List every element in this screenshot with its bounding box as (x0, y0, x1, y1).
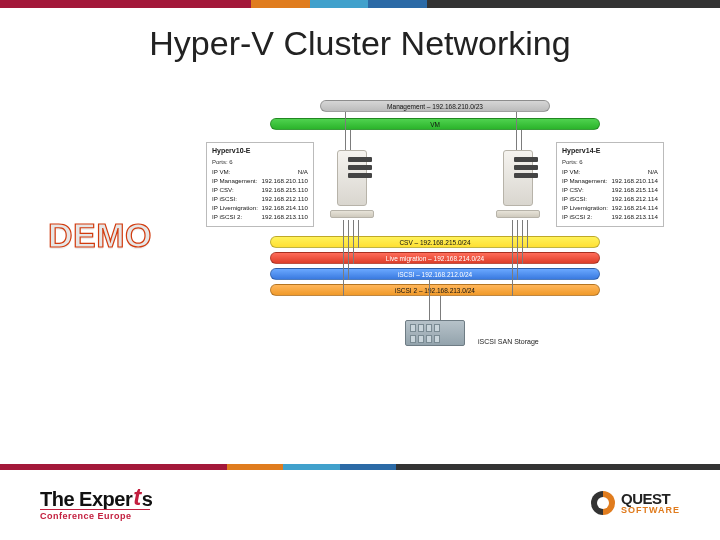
host-row: IP CSV:192.168.215.114 (562, 186, 658, 194)
host-row: IP VM:N/A (562, 168, 658, 176)
row-val: N/A (298, 168, 308, 176)
connector (440, 296, 441, 322)
top-color-band (0, 0, 720, 8)
row-val: 192.168.210.110 (262, 177, 308, 185)
row-key: IP Management: (562, 177, 607, 185)
host-row: IP Management:192.168.210.110 (212, 177, 308, 185)
band-seg (251, 0, 310, 8)
storage-slot (434, 324, 440, 332)
server-bay (348, 165, 372, 170)
net-bar-vm: VM (270, 118, 600, 130)
logo-text: QUEST SOFTWARE (621, 491, 680, 515)
host-row: IP VM:N/A (212, 168, 308, 176)
band-seg (0, 464, 227, 470)
connector (348, 220, 349, 280)
row-key: IP iSCSI: (212, 195, 237, 203)
storage-icon (405, 320, 465, 356)
host-row: IP iSCSI:192.168.212.114 (562, 195, 658, 203)
row-key: IP iSCSI 2: (212, 213, 242, 221)
band-seg (340, 464, 397, 470)
storage-slot (410, 324, 416, 332)
host-row: IP iSCSI:192.168.212.110 (212, 195, 308, 203)
server-left-icon (330, 150, 374, 220)
slide: Hyper-V Cluster Networking DEMO Manageme… (0, 0, 720, 540)
net-bar-csv: CSV – 192.168.215.0/24 (270, 236, 600, 248)
connector (517, 220, 518, 280)
row-val: 192.168.212.110 (262, 195, 308, 203)
band-seg (283, 464, 340, 470)
connector (345, 112, 346, 150)
row-key: IP CSV: (212, 186, 234, 194)
row-key: IP VM: (212, 168, 230, 176)
connector (527, 220, 528, 248)
server-bay (514, 173, 538, 178)
host-row: IP Livemigration:192.168.214.114 (562, 204, 658, 212)
connector (512, 220, 513, 296)
slide-title: Hyper-V Cluster Networking (0, 24, 720, 63)
logo-accent-icon: t (133, 485, 141, 509)
net-bar-management: Management – 192.168.210.0/23 (320, 100, 550, 112)
connector (358, 220, 359, 248)
band-seg (310, 0, 369, 8)
storage-slot (434, 335, 440, 343)
row-key: IP Livemigration: (562, 204, 608, 212)
storage-slot (426, 324, 432, 332)
quest-mark-icon (591, 491, 615, 515)
server-base (330, 210, 374, 218)
server-right-icon (496, 150, 540, 220)
logo-text-line1: The Exper t s (40, 485, 152, 509)
server-bay (348, 173, 372, 178)
host-row: IP Management:192.168.210.114 (562, 177, 658, 185)
connector (353, 220, 354, 264)
server-case (337, 150, 367, 206)
server-case (503, 150, 533, 206)
connector (516, 112, 517, 150)
host-name: Hyperv14-E (562, 147, 658, 155)
host-info-left: Hyperv10-E Ports: 6 IP VM:N/A IP Managem… (206, 142, 314, 227)
logo-bar: The Exper t s Conference Europe QUEST SO… (0, 480, 720, 526)
logo-part: s (142, 489, 153, 509)
host-ports: Ports: 6 (562, 158, 658, 166)
network-diagram: Management – 192.168.210.0/23 VM CSV – 1… (200, 100, 670, 410)
connector (522, 220, 523, 264)
row-val: 192.168.213.110 (262, 213, 308, 221)
storage-slot (418, 324, 424, 332)
band-seg (427, 0, 720, 8)
net-bar-livemigration: Live migration – 192.168.214.0/24 (270, 252, 600, 264)
logo-text-line2: SOFTWARE (621, 506, 680, 515)
host-row: IP iSCSI 2:192.168.213.114 (562, 213, 658, 221)
logo-part: The Exper (40, 489, 132, 509)
row-key: IP VM: (562, 168, 580, 176)
band-seg (368, 0, 427, 8)
server-bay (514, 165, 538, 170)
row-key: IP Management: (212, 177, 257, 185)
band-seg (0, 0, 251, 8)
row-val: 192.168.212.114 (612, 195, 658, 203)
connector (343, 220, 344, 296)
host-info-right: Hyperv14-E Ports: 6 IP VM:N/A IP Managem… (556, 142, 664, 227)
server-bay (514, 157, 538, 162)
row-val: 192.168.215.110 (262, 186, 308, 194)
host-row: IP CSV:192.168.215.110 (212, 186, 308, 194)
host-name: Hyperv10-E (212, 147, 308, 155)
logo-text-line1: QUEST (621, 491, 680, 506)
band-seg (227, 464, 284, 470)
host-ports: Ports: 6 (212, 158, 308, 166)
experts-conference-logo: The Exper t s Conference Europe (40, 485, 152, 521)
footer-color-band (0, 464, 720, 470)
row-key: IP CSV: (562, 186, 584, 194)
band-seg (396, 464, 720, 470)
storage-slot (410, 335, 416, 343)
row-val: 192.168.210.114 (612, 177, 658, 185)
demo-label: DEMO (48, 216, 152, 255)
connector (521, 130, 522, 150)
net-bar-iscsi2: iSCSI 2 – 192.168.213.0/24 (270, 284, 600, 296)
host-row: IP iSCSI 2:192.168.213.110 (212, 213, 308, 221)
storage-label: iSCSI SAN Storage (478, 338, 539, 345)
connector (429, 280, 430, 322)
storage-slot (426, 335, 432, 343)
row-val: 192.168.215.114 (612, 186, 658, 194)
row-val: 192.168.214.114 (612, 204, 658, 212)
storage-slot (418, 335, 424, 343)
row-key: IP iSCSI 2: (562, 213, 592, 221)
